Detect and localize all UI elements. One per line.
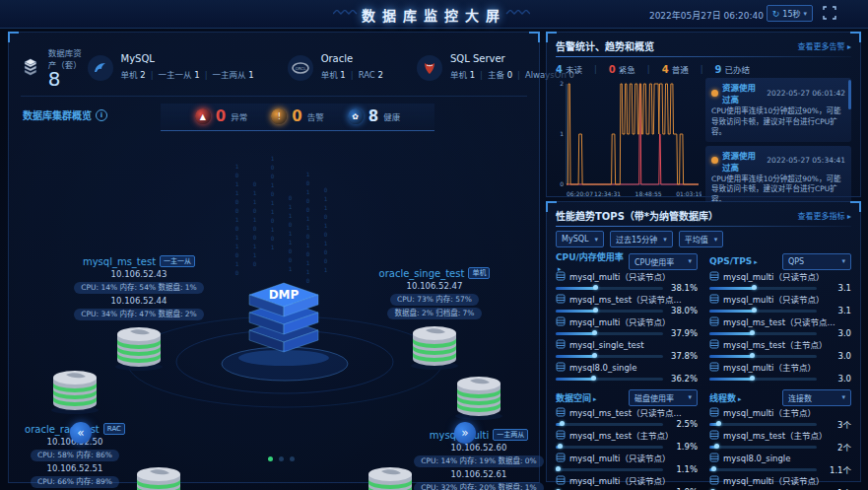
metric-bar (556, 355, 663, 358)
binary-stream-decoration: 1011001011010 (234, 163, 240, 278)
more-metrics-link[interactable]: 查看更多指标 ▸ (797, 210, 851, 221)
metric-row[interactable]: mysql_multi（只读节点） 37.9% (556, 316, 698, 337)
alert-list[interactable]: 资源使用过高 2022-05-27 06:01:42 CPU使用率连续10分钟超… (705, 78, 851, 202)
performance-panel: 性能趋势TOPS（带*为纳管数据库） 查看更多指标 ▸ MySQL▾过去15分钟… (546, 201, 861, 482)
database-mini-icon (709, 294, 719, 307)
node-name: mysql_ms_test 一主一从 (83, 255, 195, 267)
alarm-stat-已办结: 9已办结 (715, 63, 750, 75)
metric-row[interactable]: mysql_multi（只读节点） 1.0% (556, 475, 698, 490)
metric-instance-name: mysql_ms_test（只读节点... (569, 408, 682, 419)
db-node-oracle_singe_test[interactable]: oracle_singe_test 单机10.106.52.47CPU: 73%… (351, 267, 518, 377)
metric-row[interactable]: mysql_multi（只读节点） 1.1% (556, 453, 698, 473)
binary-stream-decoration: 0110101001 (322, 186, 329, 275)
metric-row[interactable]: mysql_ms_test（主节点） 3.0 (709, 339, 851, 360)
metric-instance-name: mysql_ms_test（主节点） (723, 340, 828, 351)
refresh-interval-value: 15秒 (782, 8, 800, 19)
db-node-mysql_ms_test[interactable]: mysql_ms_test 一主一从10.106.52.43CPU: 14% 内… (55, 255, 223, 378)
binary-stream-decoration: 011011001 (287, 194, 294, 274)
topology-pagination (268, 456, 295, 461)
dashboard-root: { "header": { "title": "数据库监控大屏", "datet… (0, 0, 868, 490)
metric-value: 38.0% (668, 306, 698, 315)
metric-bar (709, 468, 817, 471)
cluster-stat-告警: ! 0 告警 (271, 107, 323, 125)
alert-level-icon (711, 90, 718, 97)
chevron-down-icon: ▾ (594, 236, 598, 244)
topology-next-button[interactable]: » (454, 422, 476, 444)
database-cylinder-icon (48, 369, 101, 418)
refresh-interval-select[interactable]: ↻ 15秒 ▾ (767, 5, 813, 22)
metric-row[interactable]: mysql_ms_test（只读节点... 3.0 (709, 316, 851, 337)
asset-stat: 主备 0 (488, 70, 512, 80)
asset-stat: 一主两从 1 (213, 70, 254, 80)
metric-bar (709, 310, 817, 313)
chevron-down-icon: ▾ (714, 236, 718, 244)
metric-list-select[interactable]: QPS▾ (782, 253, 851, 270)
alarm-stat-未读: 4未读 (556, 63, 582, 75)
metric-row[interactable]: mysql_multi（只读节点） 1个 (709, 475, 851, 490)
metric-row[interactable]: mysql_multi（主节点） 3个 (709, 407, 851, 428)
pagination-dot[interactable] (279, 456, 284, 461)
metric-value: 37.9% (668, 328, 698, 338)
metric-row[interactable]: mysql_multi（只读节点） 38.1% (556, 271, 698, 292)
metric-row[interactable]: mysql_multi（只读节点） 3.1 (709, 294, 851, 315)
alarm-stats-row: 4未读|0紧急|4普通|9已办结 (556, 61, 851, 76)
metric-row[interactable]: mysql_ms_test（主节点） 2个 (709, 430, 851, 451)
db-node-mysql_single_test[interactable]: mysql_single_test 单机10.106.52.40CPU: 32%… (306, 462, 474, 490)
alarm-panel-title: 告警统计、趋势和概览 (556, 38, 654, 53)
metric-value: 3.0 (822, 328, 851, 338)
metric-row[interactable]: mysql_ms_test（主节点） 1.9% (556, 430, 698, 451)
svg-text:12:34:31: 12:34:31 (594, 190, 621, 197)
fullscreen-icon[interactable] (823, 6, 836, 20)
asset-stat: 单机 1 (450, 70, 475, 80)
database-mini-icon (556, 407, 566, 420)
sqlserver-logo-icon (417, 55, 442, 81)
database-cylinder-icon (408, 324, 461, 374)
divider (556, 226, 851, 227)
cluster-stat-label: 健康 (383, 110, 400, 122)
metric-value: 2个 (822, 441, 851, 453)
status-icon: ! (271, 108, 287, 124)
node-ip: 10.106.52.60 (451, 443, 507, 454)
binary-stream-decoration: 10010110101 (269, 155, 276, 252)
info-icon[interactable]: i (96, 109, 107, 121)
perf-filter-select-2[interactable]: 平均值▾ (679, 231, 724, 247)
topology-prev-button[interactable]: « (70, 422, 92, 444)
metric-value: 2.5% (668, 419, 698, 429)
metric-list-select[interactable]: 磁盘使用率▾ (629, 389, 698, 406)
node-metrics: CPU: 58% 内存: 86% (31, 450, 119, 461)
more-alarms-link[interactable]: 查看更多告警 ▸ (797, 40, 851, 51)
database-cylinder-icon (452, 375, 505, 424)
database-mini-icon (709, 475, 719, 488)
alert-card[interactable]: 资源使用过高 2022-05-27 06:01:42 CPU使用率连续10分钟超… (705, 78, 851, 142)
metric-row[interactable]: mysql_multi（主节点） 3.0 (709, 362, 851, 383)
alert-title: 资源使用过高 (722, 81, 763, 105)
metric-row[interactable]: mysql_ms_test（只读节点... 2.5% (556, 407, 698, 428)
cluster-stat-健康: ✿ 8 健康 (348, 107, 400, 125)
perf-filter-select-0[interactable]: MySQL▾ (556, 231, 604, 247)
metric-row[interactable]: mysql_single_test 37.8% (556, 339, 698, 360)
metric-value: 3.0 (822, 374, 851, 384)
metric-list-数据空间: 数据空间▸ 磁盘使用率▾ mysql_ms_test（只读节点... 2.5% … (556, 389, 698, 490)
metric-row[interactable]: mysql_ms_test（只读节点... 38.0% (556, 294, 698, 315)
metric-row[interactable]: mysql8.0_single 1.1个 (709, 453, 851, 473)
metric-row[interactable]: mysql_multi（只读节点） 3.1 (709, 271, 851, 292)
metric-instance-name: mysql_multi（只读节点） (569, 476, 670, 487)
cluster-panel: 数据库资产（套） 8 MySQL 单机 2|一主一从 1|一主两从 1ORCL … (8, 32, 540, 483)
node-badge: 一主一从 (160, 255, 195, 267)
database-mini-icon (556, 362, 566, 375)
asset-stat: 一主一从 1 (159, 70, 200, 80)
metric-row[interactable]: mysql8.0_single 36.2% (556, 362, 698, 383)
database-mini-icon (556, 475, 566, 488)
metric-bar (709, 446, 817, 449)
perf-filter-select-1[interactable]: 过去15分钟▾ (610, 231, 673, 247)
pagination-dot[interactable] (268, 456, 273, 461)
pagination-dot[interactable] (290, 456, 295, 461)
metric-instance-name: mysql_multi（只读节点） (723, 476, 824, 487)
scrollbar-thumb[interactable] (848, 80, 851, 109)
db-node-mysql8.0_single[interactable]: mysql8.0_single 单机10.106.52.14CPU: 34% 内… (75, 462, 242, 490)
chevron-down-icon: ▾ (803, 10, 807, 18)
metric-list-select[interactable]: 连接数▾ (782, 389, 851, 406)
metric-list-title: 数据空间▸ (556, 391, 629, 404)
metric-list-select[interactable]: CPU使用率▾ (629, 253, 698, 270)
alert-card[interactable]: 资源使用过高 2022-05-27 05:34:41 CPU使用率连续10分钟超… (705, 146, 851, 203)
